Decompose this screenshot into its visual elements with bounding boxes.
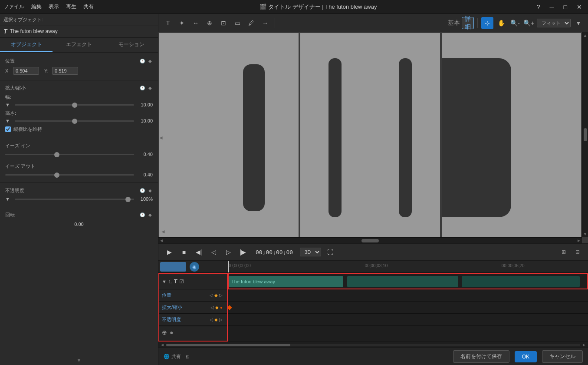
share-globe-button[interactable]: 🌐 共有 [164, 353, 181, 360]
save-as-button[interactable]: 名前を付けて保存 [453, 350, 509, 363]
easing-in-thumb[interactable] [54, 152, 59, 157]
timeline-scroll-left[interactable]: ◄ [160, 342, 164, 347]
maximize-button[interactable]: □ [561, 3, 570, 11]
easing-out-track[interactable] [5, 174, 134, 176]
clip-dark[interactable] [462, 276, 580, 287]
tab-object[interactable]: オブジェクト [0, 38, 53, 52]
playhead[interactable] [228, 261, 229, 272]
left-scroll-indicator[interactable]: ◄ [158, 135, 164, 141]
opacity-diamond-icon[interactable]: ◆ [148, 188, 153, 193]
playback-mode-select[interactable]: 3D [300, 248, 321, 256]
prop-orange-dot[interactable]: ● [220, 305, 223, 310]
tab-effect[interactable]: エフェクト [53, 38, 105, 52]
width-slider-thumb[interactable] [72, 103, 77, 108]
opacity-down-icon[interactable]: ▼ [5, 196, 11, 202]
easing-in-track[interactable] [5, 154, 134, 155]
scroll-down-arrow[interactable]: ▼ [583, 232, 588, 236]
prop-diamond-1[interactable]: ◆ [215, 305, 219, 310]
play-button[interactable]: ▶ [164, 246, 175, 258]
record-icon[interactable]: ● [170, 329, 173, 336]
menu-file[interactable]: ファイル [3, 3, 24, 10]
transform-tool-button[interactable]: ⊕ [204, 17, 216, 29]
menu-view[interactable]: 表示 [49, 3, 59, 10]
width-down-icon[interactable]: ▼ [5, 102, 11, 107]
position-clock-icon[interactable]: 🕐 [140, 59, 145, 64]
keyframe-marker[interactable] [228, 305, 232, 310]
layer-check-icon[interactable]: ☑ [179, 279, 184, 285]
keep-ratio-checkbox[interactable] [5, 126, 11, 132]
timeline-scrollbar-thumb[interactable] [166, 344, 290, 346]
height-down-icon[interactable]: ▼ [5, 118, 11, 123]
text-tool-button[interactable]: T [162, 17, 174, 29]
bottom-left-indicator[interactable]: ◄ [161, 229, 166, 235]
scroll-up-arrow[interactable]: ▲ [583, 33, 588, 38]
clip-mid[interactable] [347, 276, 458, 287]
scale-diamond-icon[interactable]: ◆ [148, 86, 153, 91]
shape-tool-button[interactable]: ▭ [231, 17, 243, 29]
dropdown-button[interactable]: ▼ [572, 17, 585, 29]
position-x-input[interactable] [13, 67, 39, 75]
add-track-button[interactable]: ⊞ [558, 247, 569, 257]
tab-motion[interactable]: モーション [105, 38, 158, 52]
next-button[interactable]: |▶ [237, 246, 249, 258]
add-layer-icon[interactable]: ⊕ [162, 329, 167, 336]
prop-left-arrow-0[interactable]: ◁ [210, 293, 213, 298]
menu-share[interactable]: 共有 [83, 3, 94, 10]
detail-mode-button[interactable]: 詳細 [462, 17, 474, 29]
rotation-diamond-icon[interactable]: ◆ [148, 212, 153, 218]
height-slider-track[interactable] [15, 120, 134, 122]
arrow-tool-button[interactable]: → [259, 17, 271, 29]
menu-edit[interactable]: 編集 [31, 3, 42, 10]
pen-tool-button[interactable]: 🖊 [245, 17, 257, 29]
select-mode-icon[interactable]: ⊹ [481, 17, 493, 29]
help-button[interactable]: ? [534, 3, 543, 11]
timeline-select-area[interactable] [160, 262, 186, 272]
horizontal-scrollbar[interactable]: ◄ ► [158, 237, 582, 243]
zoom-out-button[interactable]: 🔍- [509, 17, 521, 29]
scroll-left-arrow[interactable]: ◄ [159, 238, 164, 243]
cancel-button[interactable]: キャンセル [542, 350, 583, 363]
close-button[interactable]: ✕ [574, 3, 585, 11]
basic-mode-button[interactable]: 基本 [448, 17, 460, 29]
fullscreen-button[interactable]: ⛶ [325, 246, 336, 258]
position-y-input[interactable] [52, 67, 78, 75]
frame-fwd-button[interactable]: ▷ [223, 246, 234, 258]
timeline-scroll-right[interactable]: ► [582, 342, 586, 347]
crop-tool-button[interactable]: ⊡ [217, 17, 230, 29]
zoom-fit-select[interactable]: フィット [537, 19, 571, 27]
add-tool-button[interactable]: ✦ [176, 17, 188, 29]
layout-button[interactable]: ⊟ [572, 247, 583, 257]
stop-button[interactable]: ■ [178, 246, 190, 258]
prop-right-arrow-0[interactable]: ▷ [219, 293, 223, 298]
height-slider-thumb[interactable] [72, 119, 77, 124]
ok-button[interactable]: OK [515, 351, 537, 362]
scale-clock-icon[interactable]: 🕐 [140, 86, 145, 91]
prop-diamond-2[interactable]: ◆ [214, 317, 218, 322]
frame-back-button[interactable]: ◁ [208, 246, 219, 258]
menu-play[interactable]: 再生 [66, 3, 76, 10]
hand-tool-button[interactable]: ✋ [495, 17, 507, 29]
layer-expand-icon[interactable]: ▼ [162, 279, 167, 284]
easing-out-thumb[interactable] [54, 173, 59, 178]
width-slider-track[interactable] [15, 104, 134, 106]
clip-main[interactable]: The futon blew away [229, 276, 343, 287]
rotation-clock-icon[interactable]: 🕐 [140, 212, 145, 218]
position-diamond-icon[interactable]: ◆ [148, 59, 153, 64]
zoom-in-button[interactable]: 🔍+ [523, 17, 535, 29]
timeline-clock-icon[interactable]: ◉ [190, 262, 199, 272]
timeline-scrollbar-track[interactable] [166, 344, 580, 346]
vertical-scrollbar[interactable]: ▲ ▼ [582, 32, 588, 237]
scroll-thumb-v[interactable] [584, 128, 587, 141]
prop-diamond-0[interactable]: ◆ [214, 293, 218, 298]
prop-left-arrow-1[interactable]: ◁ [210, 305, 214, 310]
copy-button[interactable]: ⎘ [186, 354, 189, 359]
prop-left-arrow-2[interactable]: ◁ [210, 317, 213, 322]
prev-button[interactable]: ◀| [193, 246, 204, 258]
scroll-thumb-h[interactable] [361, 239, 379, 242]
minimize-button[interactable]: ─ [547, 3, 557, 11]
prop-right-arrow-2[interactable]: ▷ [219, 317, 223, 322]
opacity-track[interactable] [15, 199, 134, 200]
scroll-right-arrow[interactable]: ► [577, 238, 581, 243]
opacity-thumb[interactable] [125, 197, 131, 202]
opacity-clock-icon[interactable]: 🕐 [140, 188, 145, 193]
